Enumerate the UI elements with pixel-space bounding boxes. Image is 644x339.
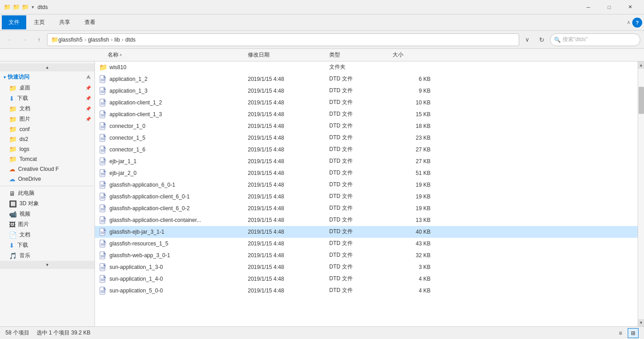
documents-icon: 📁 (9, 105, 17, 113)
dtd-file-icon (99, 228, 108, 236)
sidebar-item-this-pc[interactable]: 🖥 此电脑 (0, 188, 95, 198)
file-date: 2019/1/15 4:48 (248, 276, 329, 282)
col-header-date[interactable]: 修改日期 (244, 51, 326, 59)
sidebar-item-conf[interactable]: 📁 conf (0, 124, 95, 134)
breadcrumb-lib[interactable]: lib (114, 37, 120, 43)
table-row[interactable]: sun-application_1_4-02019/1/15 4:48DTD 文… (95, 273, 638, 285)
breadcrumb-dtds[interactable]: dtds (125, 37, 136, 43)
tomcat-folder-icon: 📁 (9, 155, 17, 163)
sidebar-item-label: conf (19, 126, 91, 132)
creative-cloud-icon: ☁ (9, 165, 15, 173)
view-list-button[interactable]: ≡ (615, 328, 626, 338)
main-wrapper: ▲ ▾ 快速访问 ⮝ 📁 桌面 📌 ⬇ 下载 📌 📁 文档 📌 📁 图片 📌 (0, 61, 644, 326)
table-row[interactable]: application-client_1_32019/1/15 4:48DTD … (95, 108, 638, 120)
table-row[interactable]: glassfish-application-client_6_0-12019/1… (95, 191, 638, 202)
forward-button[interactable]: → (18, 33, 31, 46)
file-name: sun-application_5_0-0 (108, 287, 248, 294)
address-chevron-btn[interactable]: ∨ (521, 33, 534, 46)
table-row[interactable]: sun-application_5_0-02019/1/15 4:48DTD 文… (95, 285, 638, 297)
tab-view[interactable]: 查看 (78, 15, 102, 29)
sidebar-item-documents[interactable]: 📁 文档 📌 (0, 104, 95, 114)
col-header-name[interactable]: 名称 ∧ (104, 51, 244, 59)
file-date: 2019/1/15 4:48 (248, 182, 329, 188)
table-row[interactable]: glassfish-application-client_6_0-22019/1… (95, 202, 638, 214)
sidebar-item-downloads2[interactable]: ⬇ 下载 (0, 240, 95, 250)
scrollbar-track[interactable] (638, 69, 644, 319)
col-header-size[interactable]: 大小 (389, 51, 434, 59)
file-type: DTD 文件 (329, 87, 393, 94)
sidebar-scroll-down[interactable]: ▼ (0, 261, 95, 269)
breadcrumb-glassfish[interactable]: glassfish (88, 37, 109, 43)
breadcrumb: glassfish5 › glassfish › lib › dtds (58, 37, 136, 43)
file-type: 文件夹 (329, 63, 393, 71)
table-row[interactable]: glassfish-web-app_3_0-12019/1/15 4:48DTD… (95, 250, 638, 261)
back-button[interactable]: ← (4, 33, 16, 46)
col-header-type[interactable]: 类型 (326, 51, 389, 59)
maximize-button[interactable]: □ (599, 0, 620, 14)
table-row[interactable]: glassfish-ejb-jar_3_1-12019/1/15 4:48DTD… (95, 226, 638, 238)
sidebar-item-tomcat[interactable]: 📁 Tomcat (0, 154, 95, 164)
file-date: 2019/1/15 4:48 (248, 135, 329, 141)
file-size: 27 KB (393, 146, 438, 153)
help-button[interactable]: ? (632, 18, 642, 28)
sidebar-item-3d-objects[interactable]: 🔲 3D 对象 (0, 198, 95, 209)
file-date: 2019/1/15 4:48 (248, 205, 329, 212)
file-name: ejb-jar_2_0 (108, 170, 248, 176)
table-row[interactable]: application-client_1_22019/1/15 4:48DTD … (95, 97, 638, 108)
sidebar-item-documents2[interactable]: 📄 文档 (0, 230, 95, 240)
file-size: 43 KB (393, 240, 438, 247)
table-row[interactable]: glassfish-application-client-container..… (95, 214, 638, 226)
address-box[interactable]: 📁 glassfish5 › glassfish › lib › dtds (47, 33, 519, 46)
sidebar-item-pictures[interactable]: 📁 图片 📌 (0, 114, 95, 124)
search-box[interactable]: 🔍 搜索"dtds" (550, 33, 640, 46)
table-row[interactable]: connector_1_52019/1/15 4:48DTD 文件23 KB (95, 132, 638, 144)
table-row[interactable]: connector_1_62019/1/15 4:48DTD 文件27 KB (95, 144, 638, 155)
scroll-up-arrow[interactable]: ▲ (638, 61, 644, 69)
table-row[interactable]: glassfish-resources_1_52019/1/15 4:48DTD… (95, 238, 638, 250)
file-name: connector_1_0 (108, 123, 248, 129)
ribbon-collapse-btn[interactable]: ∧ (627, 19, 630, 25)
dtd-file-icon (99, 251, 108, 259)
sidebar-item-videos[interactable]: 📹 视频 (0, 209, 95, 219)
file-list[interactable]: 📁wls810文件夹application_1_22019/1/15 4:48D… (95, 61, 638, 326)
sidebar-item-desktop[interactable]: 📁 桌面 📌 (0, 83, 95, 93)
dtd-file-icon (99, 87, 108, 95)
scroll-down-arrow[interactable]: ▼ (638, 319, 644, 326)
table-row[interactable]: connector_1_02019/1/15 4:48DTD 文件18 KB (95, 120, 638, 132)
refresh-button[interactable]: ↻ (535, 33, 548, 46)
sidebar-item-onedrive[interactable]: ☁ OneDrive (0, 174, 95, 184)
sidebar-item-pictures2[interactable]: 🖼 图片 (0, 219, 95, 230)
sidebar-item-label: 下载 (17, 241, 91, 249)
table-row[interactable]: ejb-jar_1_12019/1/15 4:48DTD 文件27 KB (95, 155, 638, 167)
table-row[interactable]: sun-application_1_3-02019/1/15 4:48DTD 文… (95, 261, 638, 273)
file-date: 2019/1/15 4:48 (248, 123, 329, 129)
sidebar-scroll-up[interactable]: ▲ (0, 63, 95, 71)
sidebar-item-creative-cloud[interactable]: ☁ Creative Cloud F (0, 164, 95, 174)
sidebar-item-music[interactable]: 🎵 音乐 (0, 250, 95, 261)
minimize-button[interactable]: ─ (578, 0, 599, 14)
table-row[interactable]: ejb-jar_2_02019/1/15 4:48DTD 文件51 KB (95, 167, 638, 179)
file-size: 32 KB (393, 252, 438, 259)
videos-icon: 📹 (9, 211, 17, 218)
file-type: DTD 文件 (329, 240, 393, 247)
up-button[interactable]: ↑ (33, 33, 45, 46)
tab-share[interactable]: 共享 (52, 15, 77, 29)
sidebar-item-downloads[interactable]: ⬇ 下载 📌 (0, 93, 95, 104)
close-button[interactable]: ✕ (620, 0, 640, 14)
table-row[interactable]: application_1_22019/1/15 4:48DTD 文件6 KB (95, 73, 638, 85)
sidebar-item-logs[interactable]: 📁 logs (0, 144, 95, 154)
sidebar-item-ds2[interactable]: 📁 ds2 (0, 134, 95, 144)
view-grid-button[interactable]: ⊞ (628, 328, 639, 338)
breadcrumb-glassfish5[interactable]: glassfish5 (58, 37, 82, 43)
sidebar-item-label: 音乐 (19, 252, 91, 259)
tab-home[interactable]: 主页 (27, 15, 52, 29)
search-icon: 🔍 (554, 37, 561, 43)
sidebar-quick-access[interactable]: ▾ 快速访问 ⮝ (0, 71, 95, 83)
dtd-file-icon (99, 181, 108, 189)
table-row[interactable]: 📁wls810文件夹 (95, 61, 638, 73)
tab-file[interactable]: 文件 (2, 15, 26, 29)
table-row[interactable]: application_1_32019/1/15 4:48DTD 文件9 KB (95, 85, 638, 97)
file-type: DTD 文件 (329, 204, 393, 212)
titlebar-dropdown-icon[interactable]: ▾ (32, 5, 34, 9)
table-row[interactable]: glassfish-application_6_0-12019/1/15 4:4… (95, 179, 638, 191)
